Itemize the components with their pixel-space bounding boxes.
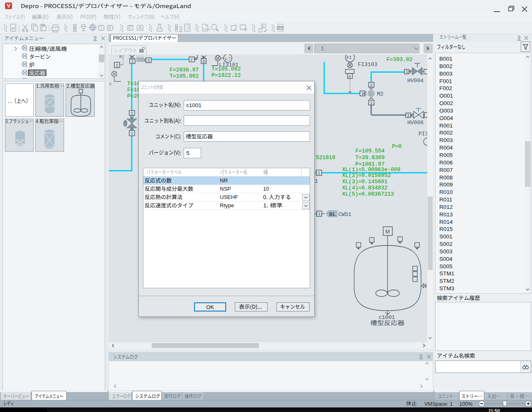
svg-text:100%: 100% <box>203 28 210 31</box>
svg-text:M: M <box>385 228 390 235</box>
svg-text:521818: 521818 <box>316 154 335 161</box>
svg-text:XL(5)=0.00367213: XL(5)=0.00367213 <box>342 191 394 197</box>
svg-text:PI3: PI3 <box>419 131 427 137</box>
svg-text:HV006: HV006 <box>407 120 424 126</box>
svg-text:2: 2 <box>148 59 150 63</box>
svg-text:r: r <box>191 58 193 62</box>
svg-text:F=2036.97: F=2036.97 <box>170 67 199 73</box>
svg-text:M2: M2 <box>377 91 384 97</box>
svg-text:XL(4)=0.834832: XL(4)=0.834832 <box>342 185 387 191</box>
svg-text:c1001: c1001 <box>379 314 395 321</box>
svg-text:XL(3)=0.145601: XL(3)=0.145601 <box>342 179 387 185</box>
svg-text:m: m <box>349 75 351 79</box>
svg-text:T=39.8389: T=39.8389 <box>355 154 384 161</box>
svg-text:1: 1 <box>318 171 320 176</box>
svg-text:?: ? <box>109 82 112 87</box>
svg-text:F=109.554: F=109.554 <box>355 148 384 154</box>
svg-text:FI3103: FI3103 <box>358 61 377 68</box>
svg-text:1: 1 <box>362 92 364 96</box>
svg-text:I: I <box>116 64 118 68</box>
svg-text:R|: R| <box>119 55 124 59</box>
svg-text:C: C <box>262 25 264 28</box>
svg-text:1: 1 <box>318 212 320 216</box>
svg-text:CWS1: CWS1 <box>338 211 351 218</box>
svg-text:L: L <box>225 56 228 61</box>
svg-text:1: 1 <box>131 111 133 116</box>
svg-text:1: 1 <box>131 59 134 64</box>
svg-text:T=105.092: T=105.092 <box>170 73 199 79</box>
svg-text:P=1822.22: P=1822.22 <box>212 72 241 78</box>
svg-text:HV004: HV004 <box>407 78 424 84</box>
svg-text:1: 1 <box>407 113 409 118</box>
svg-text:T=105.092: T=105.092 <box>212 66 241 72</box>
svg-text:FI: FI <box>347 56 352 60</box>
svg-text:1: 1 <box>370 101 373 105</box>
svg-text:XL(2)=0.0158952: XL(2)=0.0158952 <box>342 172 391 179</box>
svg-text:1: 1 <box>406 70 408 74</box>
svg-text:CSV: CSV <box>278 27 284 30</box>
svg-text:1: 1 <box>131 131 133 136</box>
svg-text:1: 1 <box>315 178 318 184</box>
svg-text:F=393.82: F=393.82 <box>387 56 412 63</box>
svg-text:P=0: P=0 <box>392 143 401 150</box>
svg-text:b: b <box>203 59 205 64</box>
svg-text:BL: BL <box>329 211 336 218</box>
svg-text:2: 2 <box>370 83 373 88</box>
svg-text:T: T <box>228 56 231 61</box>
svg-text:XL(1)=5.00963e-009: XL(1)=5.00963e-009 <box>342 167 400 173</box>
